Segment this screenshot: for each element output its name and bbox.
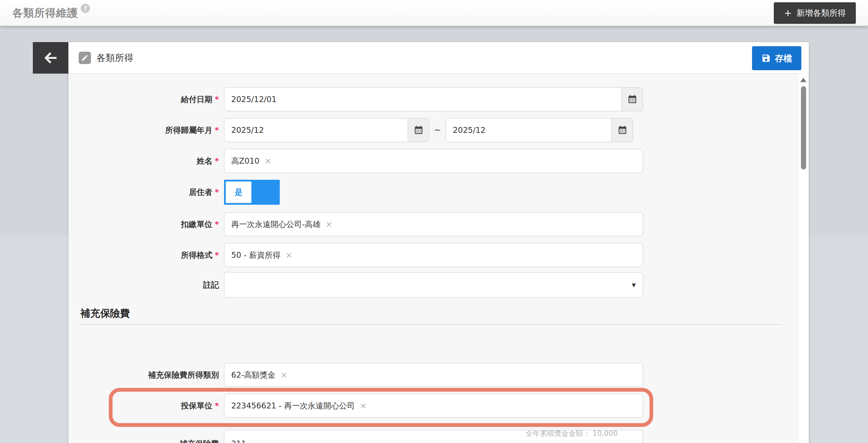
card-header: 各類所得 存檔 (68, 42, 809, 74)
card-title: 各類所得 (96, 52, 133, 64)
resident-label-text: 居住者 (189, 188, 212, 197)
income-format-row: 所得格式* 50 - 薪資所得 × (68, 243, 809, 267)
premium-income-category-tag-value: 62-高額獎金 (231, 370, 276, 380)
income-format-tag-value: 50 - 薪資所得 (231, 250, 280, 261)
payment-date-label-text: 給付日期 (181, 95, 212, 104)
section-divider (80, 324, 782, 325)
required-marker: * (215, 126, 219, 135)
plus-icon: + (784, 8, 792, 17)
required-marker: * (215, 220, 219, 229)
required-marker: * (215, 401, 219, 410)
name-row: 姓名* 高Z010 × (68, 149, 809, 173)
save-button[interactable]: 存檔 (752, 46, 801, 70)
remove-tag-icon[interactable]: × (281, 370, 287, 379)
required-marker: * (215, 251, 219, 260)
premium-amount-label-text: 補充保險費 (180, 439, 219, 443)
premium-amount-label: 補充保險費 (68, 439, 224, 443)
resident-toggle-knob: 是 (226, 181, 251, 203)
resident-toggle-label: 是 (235, 187, 242, 198)
premium-income-category-label: 補充保險費所得類別 (68, 370, 224, 380)
save-icon (761, 53, 771, 63)
remove-tag-icon[interactable]: × (265, 156, 271, 165)
insured-unit-label-text: 投保單位 (181, 401, 212, 410)
insured-unit-label: 投保單位* (68, 401, 224, 411)
premium-income-category-field[interactable]: 62-高額獎金 × (224, 363, 643, 387)
remark-row: 註記 ▼ (68, 272, 809, 298)
annual-bonus-hint: 全年累積獎金金額： 10,000 (526, 429, 618, 438)
insured-unit-row: 投保單位* 223456621 - 再一次永遠開心公司 × (68, 394, 809, 418)
name-field[interactable]: 高Z010 × (224, 149, 643, 173)
withholding-unit-label-text: 扣繳單位 (181, 220, 212, 229)
help-icon[interactable]: ? (81, 4, 90, 13)
premium-amount-row: 補充保險費 (68, 430, 809, 443)
resident-row: 居住者* 是 (68, 180, 809, 205)
income-period-from-field[interactable] (224, 118, 429, 142)
form-body: 給付日期* 所得歸屬年月* ~ 姓名* (68, 74, 809, 443)
add-income-button-label: 新增各類所得 (797, 8, 846, 18)
withholding-unit-tag-value: 再一次永遠開心公司-高雄 (231, 219, 320, 230)
insured-unit-field[interactable]: 223456621 - 再一次永遠開心公司 × (224, 394, 643, 418)
income-format-label-text: 所得格式 (181, 251, 212, 260)
page-title: 各類所得維護 (12, 6, 78, 20)
resident-toggle[interactable]: 是 (224, 180, 280, 205)
range-separator: ~ (434, 125, 441, 135)
income-period-label: 所得歸屬年月* (68, 125, 224, 136)
income-period-label-text: 所得歸屬年月 (165, 126, 212, 135)
calendar-icon[interactable] (621, 88, 643, 111)
dropdown-caret-icon: ▼ (632, 282, 636, 288)
resident-label: 居住者* (68, 187, 224, 198)
remark-label: 註記 (68, 280, 224, 290)
payment-date-field[interactable] (224, 87, 643, 111)
required-marker: * (215, 95, 219, 104)
calendar-icon[interactable] (408, 118, 429, 142)
remove-tag-icon[interactable]: × (286, 251, 292, 260)
remove-tag-icon[interactable]: × (360, 401, 367, 410)
required-marker: * (215, 188, 219, 197)
premium-income-category-label-text: 補充保險費所得類別 (148, 370, 219, 379)
edit-pencil-icon (79, 52, 91, 64)
payment-date-input[interactable] (224, 88, 621, 111)
remark-label-text: 註記 (203, 280, 219, 289)
add-income-button[interactable]: + 新增各類所得 (774, 2, 856, 24)
card-scrollbar[interactable] (799, 74, 808, 443)
remove-tag-icon[interactable]: × (326, 220, 332, 229)
remark-select[interactable]: ▼ (224, 272, 643, 298)
income-period-from-input[interactable] (224, 118, 408, 142)
income-format-label: 所得格式* (68, 250, 224, 261)
withholding-unit-row: 扣繳單位* 再一次永遠開心公司-高雄 × (68, 212, 809, 236)
withholding-unit-label: 扣繳單位* (68, 219, 224, 230)
supplement-section-title: 補充保險費 (80, 306, 809, 320)
scrollbar-up-arrow[interactable] (800, 78, 806, 82)
top-header-bar: 各類所得維護 ? + 新增各類所得 (0, 0, 868, 26)
back-button[interactable] (33, 42, 68, 74)
insured-unit-tag-value: 223456621 - 再一次永遠開心公司 (231, 401, 355, 411)
premium-income-category-row: 補充保險費所得類別 62-高額獎金 × (68, 363, 809, 387)
scrollbar-thumb[interactable] (801, 86, 806, 169)
back-arrow-icon (43, 50, 58, 66)
required-marker: * (215, 156, 219, 165)
calendar-icon[interactable] (611, 118, 633, 142)
withholding-unit-field[interactable]: 再一次永遠開心公司-高雄 × (224, 212, 643, 236)
save-button-label: 存檔 (775, 53, 792, 64)
payment-date-row: 給付日期* (68, 87, 809, 111)
income-period-row: 所得歸屬年月* ~ (68, 118, 809, 142)
income-period-to-field[interactable] (446, 118, 633, 142)
income-form-card: 各類所得 存檔 給付日期* 所得歸屬年月* (68, 42, 809, 443)
name-label: 姓名* (68, 156, 224, 166)
name-tag-value: 高Z010 (231, 156, 260, 166)
income-format-field[interactable]: 50 - 薪資所得 × (224, 243, 643, 267)
payment-date-label: 給付日期* (68, 94, 224, 105)
name-label-text: 姓名 (197, 156, 212, 165)
income-period-to-input[interactable] (446, 118, 611, 142)
